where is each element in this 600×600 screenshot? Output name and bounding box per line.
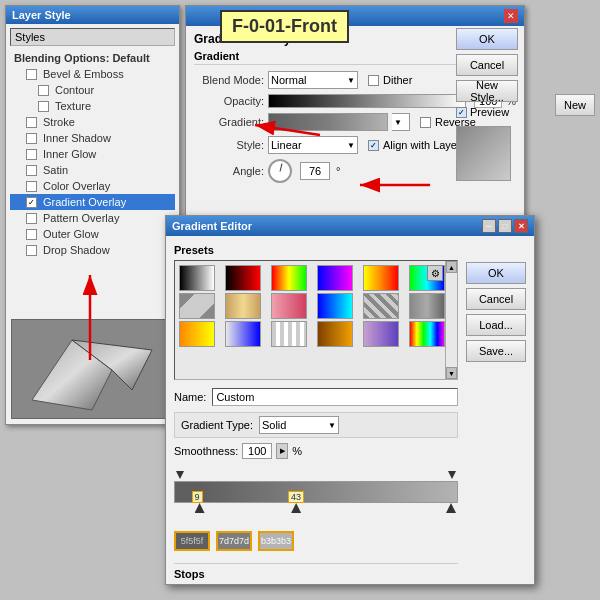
ls-item-texture[interactable]: Texture bbox=[10, 98, 175, 114]
drop-shadow-checkbox[interactable] bbox=[26, 245, 37, 256]
ls-item-inner-shadow[interactable]: Inner Shadow bbox=[10, 130, 175, 146]
contour-checkbox[interactable] bbox=[38, 85, 49, 96]
layer-style-titlebar: Layer Style bbox=[6, 6, 179, 24]
ge-main-layout: Presets ▲ ▼ ⚙ Name: Grad bbox=[174, 244, 526, 580]
gradient-overlay-checkbox[interactable]: ✓ bbox=[26, 197, 37, 208]
texture-checkbox[interactable] bbox=[38, 101, 49, 112]
ls-item-outer-glow[interactable]: Outer Glow bbox=[10, 226, 175, 242]
presets-scroll-up[interactable]: ▲ bbox=[446, 261, 457, 273]
color-stop-100[interactable] bbox=[446, 503, 456, 513]
main-panel-close-btn[interactable]: ✕ bbox=[504, 9, 518, 23]
main-panel-buttons: OK Cancel New Style... ✓ Preview bbox=[456, 28, 518, 181]
preset-swatch-2[interactable] bbox=[271, 265, 307, 291]
ok-button[interactable]: OK bbox=[456, 28, 518, 50]
angle-value[interactable]: 76 bbox=[300, 162, 330, 180]
ls-item-stroke[interactable]: Stroke bbox=[10, 114, 175, 130]
ge-cancel-button[interactable]: Cancel bbox=[466, 288, 526, 310]
preset-swatch-6[interactable] bbox=[179, 293, 215, 319]
inner-shadow-checkbox[interactable] bbox=[26, 133, 37, 144]
ls-item-inner-glow[interactable]: Inner Glow bbox=[10, 146, 175, 162]
preset-swatch-8[interactable] bbox=[271, 293, 307, 319]
opacity-label: Opacity: bbox=[194, 95, 264, 107]
ls-item-drop-shadow[interactable]: Drop Shadow bbox=[10, 242, 175, 258]
preset-swatch-16[interactable] bbox=[363, 321, 399, 347]
color-overlay-checkbox[interactable] bbox=[26, 181, 37, 192]
opacity-stop-left[interactable] bbox=[176, 471, 184, 479]
presets-box: ▲ ▼ ⚙ bbox=[174, 260, 458, 380]
ge-close-btn[interactable]: ✕ bbox=[514, 219, 528, 233]
gradient-type-dropdown[interactable]: Solid ▼ bbox=[259, 416, 339, 434]
align-layer-checkbox[interactable]: ✓ bbox=[368, 140, 379, 151]
smoothness-row: Smoothness: 100 ▶ % bbox=[174, 443, 458, 459]
preset-swatch-13[interactable] bbox=[225, 321, 261, 347]
ls-item-satin[interactable]: Satin bbox=[10, 162, 175, 178]
opacity-stop-right[interactable] bbox=[448, 471, 456, 479]
pattern-overlay-checkbox[interactable] bbox=[26, 213, 37, 224]
blend-mode-dropdown[interactable]: Normal ▼ bbox=[268, 71, 358, 89]
satin-checkbox[interactable] bbox=[26, 165, 37, 176]
outer-glow-checkbox[interactable] bbox=[26, 229, 37, 240]
preset-swatch-14[interactable] bbox=[271, 321, 307, 347]
gradient-dropdown[interactable]: ▼ bbox=[392, 113, 410, 131]
ge-save-button[interactable]: Save... bbox=[466, 340, 526, 362]
ls-item-color-overlay[interactable]: Color Overlay bbox=[10, 178, 175, 194]
ls-item-contour[interactable]: Contour bbox=[10, 82, 175, 98]
color-stop-9[interactable] bbox=[195, 503, 205, 513]
presets-scrollbar: ▲ ▼ bbox=[445, 261, 457, 379]
dither-checkbox[interactable] bbox=[368, 75, 379, 86]
preset-swatch-15[interactable] bbox=[317, 321, 353, 347]
smoothness-stepper[interactable]: ▶ bbox=[276, 443, 288, 459]
opacity-slider[interactable] bbox=[268, 94, 466, 108]
color-stop-43[interactable] bbox=[291, 503, 301, 513]
preset-swatch-0[interactable] bbox=[179, 265, 215, 291]
preset-swatch-4[interactable] bbox=[363, 265, 399, 291]
presets-scroll-down[interactable]: ▼ bbox=[446, 367, 457, 379]
align-layer-row: ✓ Align with Layer bbox=[368, 139, 461, 151]
preview-label: Preview bbox=[470, 106, 509, 118]
preset-swatch-11[interactable] bbox=[409, 293, 445, 319]
ls-item-pattern-overlay[interactable]: Pattern Overlay bbox=[10, 210, 175, 226]
preset-swatch-1[interactable] bbox=[225, 265, 261, 291]
swatch-7d7d7d[interactable]: 7d7d7d bbox=[216, 531, 252, 551]
presets-gear-btn[interactable]: ⚙ bbox=[427, 265, 443, 281]
gradient-bar-container: 9 43 bbox=[174, 467, 458, 527]
ge-maximize-btn[interactable]: □ bbox=[498, 219, 512, 233]
name-row: Name: bbox=[174, 388, 458, 406]
gradient-swatch[interactable] bbox=[268, 113, 388, 131]
ls-item-gradient-overlay[interactable]: ✓ Gradient Overlay bbox=[10, 194, 175, 210]
ls-item-bevel[interactable]: Bevel & Emboss bbox=[10, 66, 175, 82]
preset-swatch-7[interactable] bbox=[225, 293, 261, 319]
new-button-top[interactable]: New bbox=[555, 94, 595, 116]
swatch-5f5f5f[interactable]: 5f5f5f bbox=[174, 531, 210, 551]
angle-dial[interactable] bbox=[268, 159, 292, 183]
opacity-stops-row bbox=[174, 467, 458, 481]
smoothness-value: 100 bbox=[242, 443, 272, 459]
style-dropdown[interactable]: Linear ▼ bbox=[268, 136, 358, 154]
stroke-checkbox[interactable] bbox=[26, 117, 37, 128]
reverse-checkbox[interactable] bbox=[420, 117, 431, 128]
styles-section-label: Styles bbox=[10, 28, 175, 46]
name-input[interactable] bbox=[212, 388, 458, 406]
gradient-editor-window: Gradient Editor ─ □ ✕ Presets ▲ ▼ ⚙ bbox=[165, 215, 535, 585]
preset-swatch-10[interactable] bbox=[363, 293, 399, 319]
ge-load-button[interactable]: Load... bbox=[466, 314, 526, 336]
ge-ok-button[interactable]: OK bbox=[466, 262, 526, 284]
preset-swatch-12[interactable] bbox=[179, 321, 215, 347]
layer-style-preview bbox=[11, 319, 174, 419]
preset-swatch-9[interactable] bbox=[317, 293, 353, 319]
smoothness-unit: % bbox=[292, 445, 302, 457]
blend-mode-label: Blend Mode: bbox=[194, 74, 264, 86]
blending-options-header[interactable]: Blending Options: Default bbox=[10, 50, 175, 66]
gradient-editor-titlebar: Gradient Editor ─ □ ✕ bbox=[166, 216, 534, 236]
preset-swatch-17[interactable] bbox=[409, 321, 445, 347]
preview-checkbox[interactable]: ✓ bbox=[456, 107, 467, 118]
ge-minimize-btn[interactable]: ─ bbox=[482, 219, 496, 233]
dither-row: Dither bbox=[368, 74, 412, 86]
gradient-bar[interactable] bbox=[174, 481, 458, 503]
inner-glow-checkbox[interactable] bbox=[26, 149, 37, 160]
new-style-button[interactable]: New Style... bbox=[456, 80, 518, 102]
preset-swatch-3[interactable] bbox=[317, 265, 353, 291]
cancel-button[interactable]: Cancel bbox=[456, 54, 518, 76]
bevel-checkbox[interactable] bbox=[26, 69, 37, 80]
swatch-b3b3b3[interactable]: b3b3b3 bbox=[258, 531, 294, 551]
